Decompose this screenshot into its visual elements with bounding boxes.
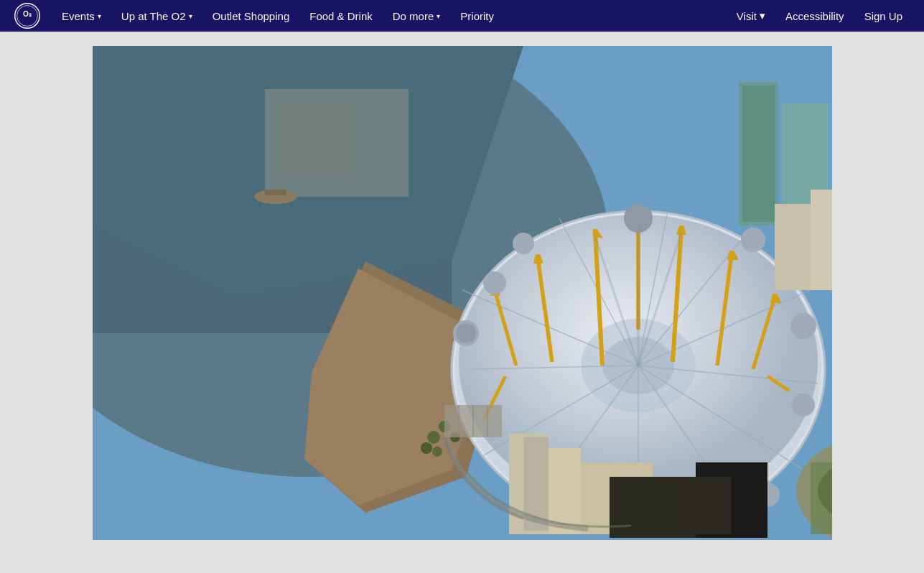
chevron-down-icon: ▾ [98,12,101,20]
svg-point-46 [513,233,534,254]
nav-items: Events ▾ Up at The O2 ▾ Outlet Shopping … [52,0,727,32]
svg-point-87 [421,442,432,454]
nav-item-up-at-the-o2[interactable]: Up at The O2 ▾ [111,0,202,32]
svg-point-44 [456,323,476,343]
nav-item-events[interactable]: Events ▾ [52,0,111,32]
svg-point-86 [427,431,440,444]
nav-item-priority[interactable]: Priority [450,0,504,32]
main-navigation: O₂ Events ▾ Up at The O2 ▾ Outlet Shoppi… [0,0,924,32]
svg-text:O₂: O₂ [23,10,32,18]
nav-item-food-and-drink[interactable]: Food & Drink [299,0,383,32]
chevron-down-icon: ▾ [189,12,192,20]
svg-rect-74 [681,477,732,534]
svg-point-45 [483,271,506,294]
svg-point-49 [790,313,816,339]
svg-point-50 [792,393,815,416]
hero-image [93,46,832,540]
svg-rect-60 [811,190,832,290]
nav-item-accessibility[interactable]: Accessibility [775,0,854,32]
svg-rect-53 [742,85,775,222]
nav-item-do-more[interactable]: Do more ▾ [383,0,451,32]
chevron-down-icon: ▾ [760,9,765,22]
svg-rect-80 [265,190,286,195]
site-logo[interactable]: O₂ [11,0,43,32]
svg-point-48 [741,228,765,252]
svg-rect-78 [279,103,351,175]
nav-item-signup[interactable]: Sign Up [854,0,913,32]
nav-right: Visit ▾ Accessibility Sign Up [727,0,913,32]
aerial-view-svg [93,46,832,540]
svg-rect-59 [775,204,811,290]
nav-item-visit[interactable]: Visit ▾ [727,0,775,32]
main-content [0,32,924,573]
chevron-down-icon: ▾ [437,12,440,20]
svg-point-88 [432,447,442,457]
hero-image-container [93,46,832,540]
nav-item-outlet-shopping[interactable]: Outlet Shopping [202,0,300,32]
